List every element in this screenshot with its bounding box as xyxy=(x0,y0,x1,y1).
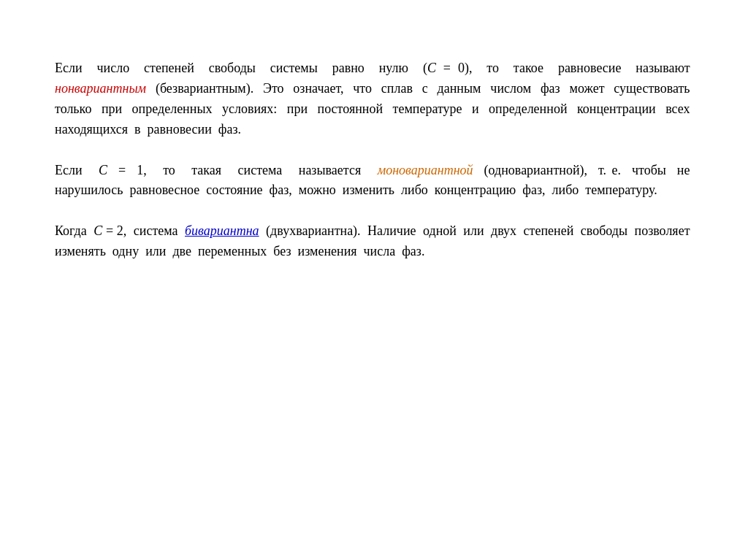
paragraph-3: Когда С = 2, система бивариантна (двухва… xyxy=(55,221,693,262)
monovariant-term: моновариантной xyxy=(378,163,473,177)
page-container: Если число степеней свободы системы равн… xyxy=(0,0,748,560)
paragraph-1: Если число степеней свободы системы равн… xyxy=(55,58,693,140)
bivariant-term: бивариантна xyxy=(185,223,259,238)
paragraph-2: Если С = 1, то такая система называется … xyxy=(55,161,693,202)
nonvariant-term: нонвариантным xyxy=(55,81,146,96)
